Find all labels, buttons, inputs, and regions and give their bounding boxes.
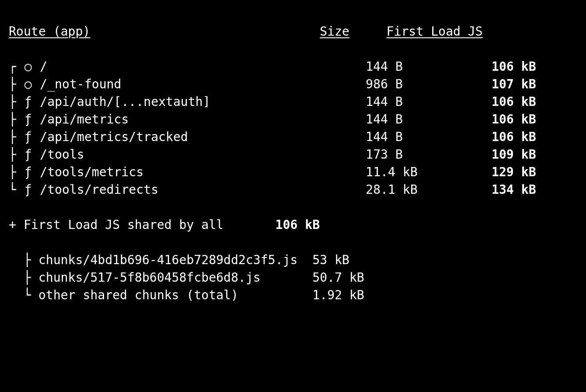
route-size: 144 B [366, 59, 440, 74]
header-row: Route (app) Size First Load JS [9, 23, 577, 40]
tree-icon: ├ [9, 94, 24, 109]
chunk-size: 50.7 kB [312, 270, 364, 285]
dynamic-icon: ƒ [24, 111, 33, 128]
route-path: /api/metrics/tracked [40, 130, 366, 144]
shared-size: 106 kB [275, 216, 357, 234]
tree-icon: ├ [9, 112, 24, 127]
chunk-name: chunks/517-5f8b60458fcbe6d8.js [38, 270, 305, 285]
tree-icon: ├ [9, 77, 24, 91]
tree-icon: ├ [9, 165, 24, 179]
static-icon: ○ [24, 58, 33, 76]
route-path: /tools [40, 147, 366, 162]
header-route: Route (app) [9, 24, 90, 39]
route-first-load: 106 kB [440, 130, 536, 144]
route-first-load: 106 kB [440, 112, 536, 127]
route-size: 144 B [366, 94, 440, 109]
route-size: 144 B [366, 112, 440, 127]
route-first-load: 134 kB [440, 182, 536, 197]
route-row: ├ ○ /_not-found 986 B 107 kB [9, 76, 577, 93]
tree-icon: ├ [9, 130, 24, 144]
chunk-name: chunks/4bd1b696-416eb7289dd2c3f5.js [38, 253, 305, 267]
chunk-row: └ other shared chunks (total) 1.92 kB [9, 287, 577, 304]
route-size: 986 B [366, 77, 440, 91]
dynamic-icon: ƒ [24, 163, 33, 181]
route-row: ├ ƒ /tools/metrics 11.4 kB 129 kB [9, 163, 577, 181]
tree-icon: ┌ [9, 59, 24, 74]
chunk-name: other shared chunks (total) [38, 288, 305, 302]
dynamic-icon: ƒ [24, 181, 33, 199]
tree-icon: ├ [9, 253, 38, 267]
route-size: 144 B [366, 130, 440, 144]
route-row: ├ ƒ /api/auth/[...nextauth] 144 B 106 kB [9, 93, 577, 111]
route-path: /tools/redirects [40, 182, 366, 197]
header-first-load: First Load JS [387, 24, 483, 39]
chunk-row: ├ chunks/4bd1b696-416eb7289dd2c3f5.js 53… [9, 251, 577, 269]
route-size: 11.4 kB [366, 165, 440, 179]
tree-icon: ├ [9, 147, 24, 162]
route-path: /api/metrics [40, 112, 366, 127]
route-path: /tools/metrics [40, 165, 366, 179]
route-first-load: 106 kB [440, 94, 536, 109]
route-size: 173 B [366, 147, 440, 162]
header-size: Size [320, 24, 349, 39]
route-first-load: 106 kB [440, 59, 536, 74]
chunk-size: 1.92 kB [312, 288, 364, 302]
route-first-load: 107 kB [440, 77, 536, 91]
route-first-load: 129 kB [440, 165, 536, 179]
dynamic-icon: ƒ [24, 128, 33, 146]
static-icon: ○ [24, 76, 33, 93]
route-row: ├ ƒ /api/metrics/tracked 144 B 106 kB [9, 128, 577, 146]
dynamic-icon: ƒ [24, 93, 33, 111]
tree-icon: └ [9, 182, 24, 197]
tree-icon: ├ [9, 270, 38, 285]
tree-icon: └ [9, 288, 38, 302]
terminal-output: Route (app) Size First Load JS ┌ ○ / 144… [0, 0, 586, 392]
route-row: └ ƒ /tools/redirects 28.1 kB 134 kB [9, 181, 577, 199]
route-row: ┌ ○ / 144 B 106 kB [9, 58, 577, 76]
route-path: / [40, 59, 366, 74]
dynamic-icon: ƒ [24, 146, 33, 163]
route-row: ├ ƒ /api/metrics 144 B 106 kB [9, 111, 577, 128]
shared-label: + First Load JS shared by all [9, 216, 275, 234]
route-first-load: 109 kB [440, 147, 536, 162]
shared-row: + First Load JS shared by all106 kB [9, 216, 577, 234]
chunk-row: ├ chunks/517-5f8b60458fcbe6d8.js 50.7 kB [9, 269, 577, 287]
route-path: /_not-found [40, 77, 366, 91]
chunk-size: 53 kB [312, 253, 349, 267]
route-row: ├ ƒ /tools 173 B 109 kB [9, 146, 577, 163]
route-path: /api/auth/[...nextauth] [40, 94, 366, 109]
route-size: 28.1 kB [366, 182, 440, 197]
